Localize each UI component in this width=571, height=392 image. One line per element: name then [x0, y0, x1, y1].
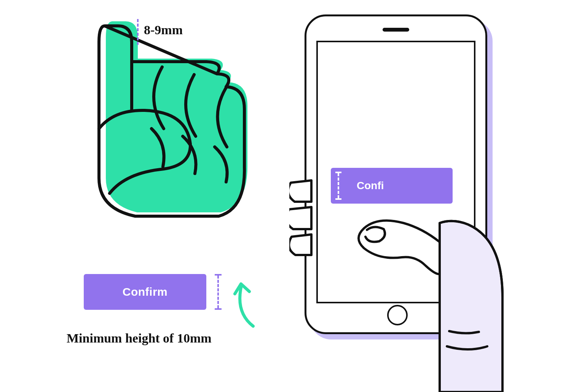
button-height-dimension-line — [215, 274, 222, 310]
phone-mockup: Confi — [305, 14, 487, 334]
phone-speaker — [383, 28, 409, 32]
phone-screen: Confi — [316, 41, 475, 303]
phone-confirm-button-label: Confi — [357, 180, 384, 192]
pointer-arrow-icon — [230, 271, 268, 328]
phone-home-button — [387, 305, 408, 325]
pointing-hand-illustration — [69, 14, 259, 228]
confirm-button-example[interactable]: Confirm — [84, 274, 206, 310]
minimum-height-label: Minimum height of 10mm — [67, 331, 212, 346]
touch-target-diagram: 8-9mm Confirm Minimum height of 10mm Con… — [0, 0, 571, 392]
finger-width-dimension-line — [137, 19, 139, 45]
phone-button-height-dimension-line — [335, 172, 341, 200]
confirm-button-label: Confirm — [123, 285, 168, 298]
finger-width-label: 8-9mm — [144, 23, 183, 37]
phone-confirm-button[interactable]: Confi — [331, 168, 453, 204]
